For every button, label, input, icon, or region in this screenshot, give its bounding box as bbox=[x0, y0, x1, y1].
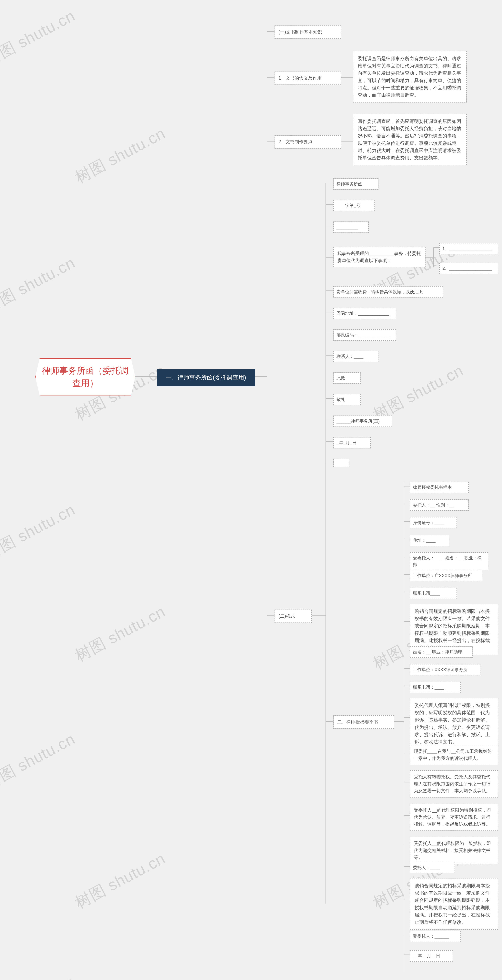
connector bbox=[404, 557, 410, 557]
c19: 受委托人：______ bbox=[410, 931, 461, 942]
connector bbox=[312, 616, 325, 616]
c10: 工作单位：XXXX律师事务所 bbox=[410, 664, 480, 675]
connector bbox=[325, 257, 333, 258]
c7: 联系电话____ bbox=[410, 588, 457, 599]
watermark: 树图 shutu.cn bbox=[0, 499, 79, 565]
b-n6: 回函地址：_____________ bbox=[333, 308, 396, 319]
b-n2: 字第_号 bbox=[333, 200, 375, 211]
connector bbox=[267, 616, 274, 616]
connector bbox=[433, 247, 434, 267]
connector bbox=[404, 845, 410, 845]
c2: 委托人：__ 性别：__ bbox=[410, 500, 469, 511]
c6: 工作单位：广XXXX律师事务所 bbox=[410, 570, 482, 581]
b-n13 bbox=[333, 459, 349, 467]
connector bbox=[135, 376, 157, 377]
connector bbox=[325, 226, 333, 226]
watermark: 树图 shutu.cn bbox=[0, 252, 79, 318]
connector bbox=[404, 782, 410, 783]
connector bbox=[404, 668, 410, 669]
connector bbox=[325, 334, 333, 334]
connector bbox=[404, 815, 410, 816]
c12: 委托代理人须写明代理权限，特别授权的，应写明授权的具体范围：代为起诉、陈述事实、… bbox=[410, 698, 498, 749]
connector bbox=[404, 486, 410, 487]
section-a-sub1-label[interactable]: 1、文书的含义及作用 bbox=[274, 72, 341, 85]
connector bbox=[404, 592, 410, 592]
connector bbox=[325, 291, 333, 291]
c20: __年__月__日 bbox=[410, 950, 453, 962]
c9: 姓名：__ 职业：律师助理 bbox=[410, 646, 473, 658]
watermark: 树图 shutu.cn bbox=[72, 601, 169, 667]
c4: 住址：____ bbox=[410, 535, 449, 546]
connector bbox=[426, 257, 433, 258]
connector bbox=[325, 204, 333, 205]
watermark: 树图 shutu.cn bbox=[0, 5, 79, 70]
watermark: 树图 shutu.cn bbox=[72, 848, 169, 913]
watermark: 树图 shutu.cn bbox=[0, 972, 79, 980]
watermark: 树图 shutu.cn bbox=[72, 123, 169, 188]
connector bbox=[404, 686, 410, 686]
section-b-title[interactable]: (二)格式 bbox=[274, 609, 312, 623]
connector bbox=[433, 247, 439, 248]
c16: 受委托人__的代理权限为一般授权，即代为递交相关材料、接受相关法律文书等。 bbox=[410, 837, 498, 864]
connector bbox=[404, 866, 410, 867]
b-n9: 此致 bbox=[333, 372, 361, 384]
connector bbox=[325, 312, 333, 312]
connector bbox=[404, 521, 410, 522]
connector bbox=[325, 420, 333, 420]
connector bbox=[404, 752, 410, 753]
section-a-sub2-label[interactable]: 2、文书制作要点 bbox=[274, 135, 341, 149]
b-n7: 邮政编码：_____________ bbox=[333, 329, 396, 340]
c18: 购销合同规定的招标采购期限与本授权书的有效期限应一致。若采购文件或合同规定的招标… bbox=[410, 878, 498, 930]
section-a-sub1-body: 委托调查函是律师事务所向有关单位出具的、请求该单位对有关事宜协助代为调查的文书。… bbox=[353, 51, 467, 102]
b-n4b: 2、__________________ bbox=[439, 262, 498, 274]
b-n12: _年_月_日 bbox=[333, 437, 371, 449]
connector bbox=[404, 651, 410, 651]
c13: 现委托____在我与__公司加工承揽纠纷一案中，作为我方的诉讼代理人。 bbox=[410, 745, 498, 765]
b-n3: _________ bbox=[333, 221, 369, 233]
section-a-sub2-body: 写作委托调查函，首先应写明委托调查的原因如因路途遥远、可能增加委托人经费负担，或… bbox=[353, 114, 467, 165]
b-n5: 贵单位所需收费，请函告具体数额，以便汇上 bbox=[333, 286, 443, 298]
connector bbox=[404, 539, 410, 539]
connector bbox=[341, 141, 353, 142]
c5: 受委托人：____ 姓名：__ 职业：律师 bbox=[410, 552, 488, 570]
level2-node[interactable]: 一、律师事务所函(委托调查用) bbox=[157, 369, 255, 386]
connector bbox=[404, 955, 410, 955]
b-n8: 联系人：____ bbox=[333, 351, 378, 362]
connector bbox=[404, 718, 410, 718]
section-c-title[interactable]: 二、律师授权委托书 bbox=[333, 715, 394, 729]
b-n10: 敬礼 bbox=[333, 394, 361, 405]
connector bbox=[404, 900, 410, 900]
connector bbox=[433, 267, 439, 267]
connector bbox=[325, 398, 333, 399]
connector bbox=[325, 721, 333, 722]
watermark: 树图 shutu.cn bbox=[0, 729, 79, 794]
connector bbox=[404, 574, 410, 575]
connector bbox=[325, 463, 333, 463]
c11: 联系电话：____ bbox=[410, 682, 461, 693]
b-n1: 律师事务所函 bbox=[333, 178, 378, 190]
b-n11: ______律师事务所(章) bbox=[333, 415, 392, 427]
connector bbox=[267, 141, 274, 142]
connector bbox=[341, 78, 353, 78]
c1: 律师授权委托书样本 bbox=[410, 482, 469, 493]
connector bbox=[325, 377, 333, 377]
c14: 受托人有转委托权。受托人及其委托代理人在其权限范围内依法所作之一切行为及签署一切… bbox=[410, 770, 498, 797]
connector bbox=[255, 376, 267, 377]
connector bbox=[404, 482, 404, 972]
connector bbox=[325, 441, 333, 442]
connector bbox=[394, 721, 404, 722]
connector bbox=[404, 935, 410, 935]
connector bbox=[325, 183, 333, 183]
connector bbox=[325, 355, 333, 356]
c17: 委托人：____ bbox=[410, 862, 455, 873]
connector bbox=[267, 78, 274, 78]
c15: 受委托人__的代理权限为特别授权，即代为承认、放弃、变更诉讼请求、进行和解、调解… bbox=[410, 803, 498, 831]
b-n4a: 1、__________________ bbox=[439, 243, 498, 255]
connector bbox=[404, 621, 410, 622]
section-a-title[interactable]: (一)文书制作基本知识 bbox=[274, 25, 341, 39]
connector bbox=[267, 31, 267, 980]
c3: 身份证号：____ bbox=[410, 517, 457, 528]
b-n4: 我事务所受理的__________事务，特委托贵单位代为调查以下事项： bbox=[333, 247, 426, 267]
root-node[interactable]: 律师事务所函（委托调查用） bbox=[35, 358, 135, 396]
connector bbox=[404, 504, 410, 504]
